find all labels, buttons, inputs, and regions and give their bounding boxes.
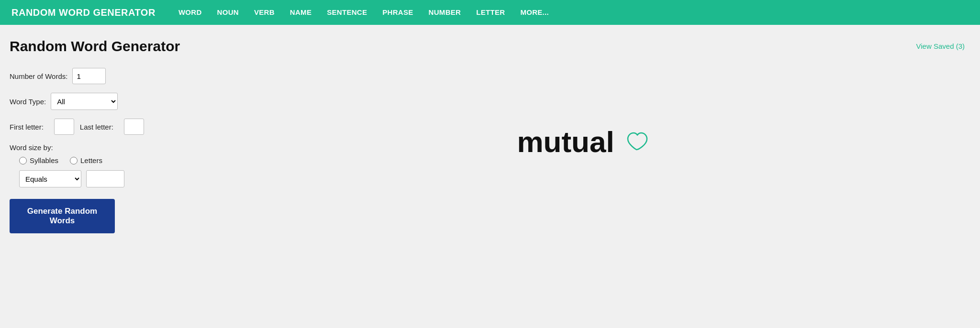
- letters-label: Letters: [80, 156, 102, 164]
- word-type-select[interactable]: All Common Uncommon Adjective Adverb: [51, 93, 118, 110]
- number-of-words-input[interactable]: [72, 68, 106, 84]
- word-type-row: Word Type: All Common Uncommon Adjective…: [10, 93, 201, 110]
- nav-link-word[interactable]: WORD: [178, 8, 202, 16]
- right-panel: View Saved (3) mutual: [201, 38, 965, 233]
- letters-radio[interactable]: [70, 157, 78, 164]
- nav-links: WORD NOUN VERB NAME SENTENCE PHRASE NUMB…: [178, 8, 549, 17]
- letter-row: First letter: Last letter:: [10, 119, 201, 135]
- nav-link-more[interactable]: MORE...: [520, 8, 549, 16]
- first-letter-label: First letter:: [10, 123, 44, 131]
- syllables-label: Syllables: [30, 156, 58, 164]
- radio-row: Syllables Letters: [19, 156, 201, 164]
- generated-word: mutual: [517, 125, 614, 159]
- nav-link-sentence[interactable]: SENTENCE: [327, 8, 367, 16]
- last-letter-input[interactable]: [124, 119, 144, 135]
- nav-link-letter[interactable]: LETTER: [476, 8, 505, 16]
- number-of-words-label: Number of Words:: [10, 72, 67, 80]
- nav-item-name[interactable]: NAME: [290, 8, 312, 17]
- nav-link-noun[interactable]: NOUN: [217, 8, 239, 16]
- nav-item-phrase[interactable]: PHRASE: [382, 8, 413, 17]
- page-title: Random Word Generator: [10, 38, 201, 55]
- generate-button[interactable]: Generate Random Words: [10, 199, 115, 233]
- main-container: Random Word Generator Number of Words: W…: [0, 25, 980, 243]
- nav-item-sentence[interactable]: SENTENCE: [327, 8, 367, 17]
- left-panel: Random Word Generator Number of Words: W…: [10, 38, 201, 233]
- view-saved-link[interactable]: View Saved (3): [916, 38, 965, 50]
- word-type-label: Word Type:: [10, 98, 46, 106]
- word-size-label: Word size by:: [10, 143, 201, 152]
- first-letter-input[interactable]: [54, 119, 74, 135]
- syllables-radio-label[interactable]: Syllables: [19, 156, 58, 164]
- nav-item-more[interactable]: MORE...: [520, 8, 549, 17]
- heart-svg: [624, 129, 649, 153]
- syllables-radio[interactable]: [19, 157, 27, 164]
- nav-link-verb[interactable]: VERB: [254, 8, 275, 16]
- nav-item-word[interactable]: WORD: [178, 8, 202, 17]
- last-letter-label: Last letter:: [80, 123, 113, 131]
- nav-link-number[interactable]: NUMBER: [429, 8, 461, 16]
- nav-item-letter[interactable]: LETTER: [476, 8, 505, 17]
- equals-select[interactable]: Equals Less than Greater than Between: [19, 170, 81, 187]
- heart-icon[interactable]: [624, 129, 649, 155]
- size-number-input[interactable]: [86, 170, 124, 187]
- nav-brand: RANDOM WORD GENERATOR: [11, 7, 156, 18]
- nav-link-name[interactable]: NAME: [290, 8, 312, 16]
- letters-radio-label[interactable]: Letters: [70, 156, 102, 164]
- nav-item-number[interactable]: NUMBER: [429, 8, 461, 17]
- number-of-words-row: Number of Words:: [10, 68, 201, 84]
- word-display-area: mutual: [201, 50, 965, 233]
- nav-item-verb[interactable]: VERB: [254, 8, 275, 17]
- size-options-row: Equals Less than Greater than Between: [19, 170, 201, 187]
- nav-item-noun[interactable]: NOUN: [217, 8, 239, 17]
- navbar: RANDOM WORD GENERATOR WORD NOUN VERB NAM…: [0, 0, 980, 25]
- nav-link-phrase[interactable]: PHRASE: [382, 8, 413, 16]
